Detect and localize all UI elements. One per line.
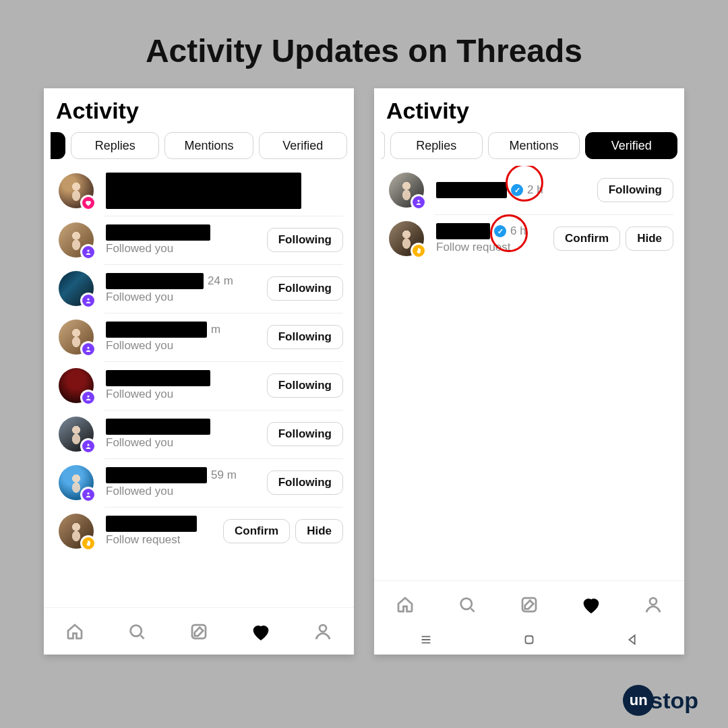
activity-subtitle: Follow request <box>436 241 553 254</box>
filter-pill-replies[interactable]: Replies <box>390 132 483 159</box>
activity-row[interactable]: 59 m Followed you Following <box>44 458 354 507</box>
recent-apps-icon[interactable] <box>419 632 433 650</box>
home-icon[interactable] <box>65 621 85 642</box>
verified-badge-icon <box>494 225 506 237</box>
activity-row[interactable]: Followed you Following <box>44 216 354 264</box>
following-button[interactable]: Following <box>267 325 343 349</box>
svg-point-12 <box>650 598 657 605</box>
filter-pill-verified[interactable]: Verified <box>259 132 347 159</box>
phone-left: Activity Replies Mentions Verified <box>44 88 354 655</box>
redacted-name <box>106 516 197 532</box>
svg-rect-13 <box>525 636 533 644</box>
following-button[interactable]: Following <box>267 422 343 446</box>
filter-pill-verified[interactable]: Verified <box>585 132 677 159</box>
following-button[interactable]: Following <box>267 471 343 495</box>
filter-pill-replies[interactable]: Replies <box>71 132 159 159</box>
redacted-name <box>106 322 207 338</box>
brand-text: stop <box>650 688 698 714</box>
timestamp: 2 h <box>527 183 543 197</box>
activity-row[interactable]: Followed you Following <box>44 410 354 458</box>
timestamp: m <box>211 323 220 336</box>
redacted-name <box>436 223 490 239</box>
activity-subtitle: Followed you <box>106 388 267 401</box>
svg-point-1 <box>87 298 89 300</box>
activity-row[interactable]: 6 h Follow request Confirm Hide <box>374 214 684 263</box>
redacted-name <box>106 419 210 435</box>
filter-row: Replies Mentions Verified <box>44 129 354 166</box>
profile-icon[interactable] <box>643 595 663 615</box>
wave-badge-icon <box>80 535 96 551</box>
person-badge-icon <box>80 244 96 260</box>
hide-button[interactable]: Hide <box>295 519 343 543</box>
confirm-button[interactable]: Confirm <box>553 226 620 251</box>
filter-pill-mentions[interactable]: Mentions <box>164 132 253 159</box>
verified-badge-icon <box>511 184 523 196</box>
brand-logo: un stop <box>623 685 698 716</box>
activity-subtitle: Followed you <box>106 339 267 353</box>
following-button[interactable]: Following <box>267 276 343 301</box>
profile-icon[interactable] <box>313 621 333 642</box>
activity-row[interactable]: 2 h Following <box>374 166 684 214</box>
person-badge-icon <box>80 438 96 454</box>
svg-point-2 <box>87 346 89 348</box>
activity-row[interactable] <box>44 166 354 216</box>
activity-subtitle: Followed you <box>106 485 267 498</box>
activity-row[interactable]: Followed you Following <box>44 361 354 410</box>
svg-point-10 <box>461 598 472 609</box>
filter-row: Replies Mentions Verified <box>374 129 684 166</box>
android-softkeys <box>374 628 684 655</box>
heart-badge-icon <box>80 195 96 211</box>
following-button[interactable]: Following <box>267 373 343 398</box>
activity-subtitle: Followed you <box>106 242 267 255</box>
search-icon[interactable] <box>127 621 147 642</box>
compose-icon[interactable] <box>519 595 539 615</box>
heart-icon[interactable] <box>581 595 601 615</box>
heart-icon[interactable] <box>251 621 271 642</box>
timestamp: 24 m <box>208 274 233 288</box>
activity-subtitle: Followed you <box>106 291 267 304</box>
svg-point-3 <box>87 395 89 397</box>
filter-pill-active-partial[interactable] <box>51 132 65 159</box>
svg-point-0 <box>87 249 89 251</box>
timestamp: 6 h <box>510 224 526 238</box>
search-icon[interactable] <box>457 595 477 615</box>
home-icon[interactable] <box>395 595 415 615</box>
person-badge-icon <box>80 341 96 357</box>
following-button[interactable]: Following <box>597 178 673 202</box>
person-badge-icon <box>80 487 96 503</box>
person-badge-icon <box>411 194 427 210</box>
compose-icon[interactable] <box>189 621 209 642</box>
redacted-name <box>106 273 204 289</box>
hide-button[interactable]: Hide <box>626 226 673 251</box>
activity-feed: 2 h Following 6 h <box>374 166 684 580</box>
redacted-name <box>436 182 507 198</box>
wave-badge-icon <box>411 243 427 259</box>
activity-row[interactable]: 24 m Followed you Following <box>44 264 354 313</box>
svg-point-9 <box>417 200 419 202</box>
bottom-nav <box>374 580 684 628</box>
svg-point-6 <box>131 625 142 636</box>
bottom-nav <box>44 607 354 655</box>
confirm-button[interactable]: Confirm <box>223 519 290 543</box>
activity-feed: Followed you Following 24 m Followed y <box>44 166 354 607</box>
filter-pill-partial[interactable] <box>381 132 385 159</box>
home-softkey-icon[interactable] <box>522 632 537 650</box>
page-title: Activity Updates on Threads <box>0 0 728 69</box>
activity-row[interactable]: Follow request Confirm Hide <box>44 507 354 555</box>
activity-subtitle: Followed you <box>106 436 267 450</box>
activity-row[interactable]: m Followed you Following <box>44 313 354 361</box>
phone-right: Activity Replies Mentions Verified <box>374 88 684 655</box>
back-softkey-icon[interactable] <box>625 632 640 650</box>
redacted-name <box>106 467 207 483</box>
person-badge-icon <box>80 390 96 406</box>
filter-pill-mentions[interactable]: Mentions <box>488 132 580 159</box>
redacted-name <box>106 224 210 241</box>
following-button[interactable]: Following <box>267 228 343 252</box>
svg-point-8 <box>320 625 326 632</box>
activity-header: Activity <box>374 88 684 129</box>
timestamp: 59 m <box>211 468 237 482</box>
redacted-block <box>106 173 301 209</box>
svg-point-5 <box>87 492 89 494</box>
person-badge-icon <box>80 293 96 309</box>
redacted-name <box>106 370 210 386</box>
